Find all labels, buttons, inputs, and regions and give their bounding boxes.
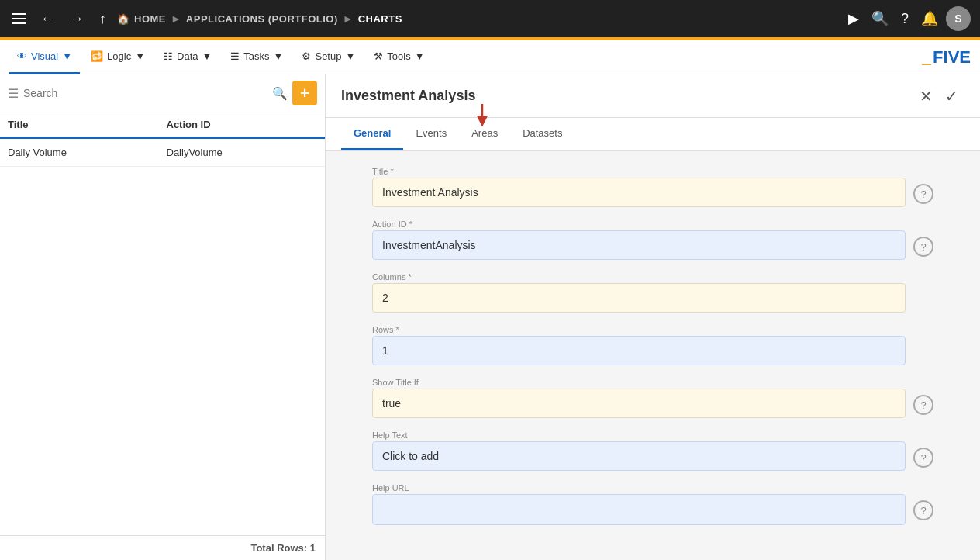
tab-logic-label: Logic [107, 50, 131, 62]
input-columns[interactable]: 2 [372, 283, 906, 313]
tab-datasets[interactable]: Datasets [510, 118, 575, 150]
form-group-columns: Columns * 2 ? [372, 272, 933, 313]
label-columns: Columns * [372, 272, 906, 282]
tab-tools[interactable]: ⚒ Tools ▼ [366, 40, 432, 74]
help-button[interactable]: ? [896, 6, 913, 32]
field-showtitle: Show Title If true [372, 378, 906, 418]
top-navigation: ← → ↑ 🏠 HOME ► APPLICATIONS (PORTFOLIO) … [0, 0, 980, 37]
panel-title: Investment Analysis [341, 88, 913, 104]
search-button[interactable]: 🔍 [272, 86, 288, 101]
data-dropdown-icon: ▼ [202, 50, 212, 62]
label-showtitle: Show Title If [372, 378, 906, 387]
tab-setup-label: Setup [315, 50, 341, 62]
table-row[interactable]: Daily Volume DailyVolume [0, 139, 325, 167]
input-showtitle[interactable]: true [372, 389, 906, 418]
label-helptext: Help Text [372, 430, 906, 440]
second-navigation: 👁 Visual ▼ 🔂 Logic ▼ ☷ Data ▼ ☰ Tasks ▼ … [0, 40, 980, 74]
column-title-header: Title [8, 119, 159, 130]
tab-visual[interactable]: 👁 Visual ▼ [9, 40, 80, 74]
forward-button[interactable]: → [65, 8, 88, 30]
tab-logic[interactable]: 🔂 Logic ▼ [83, 40, 153, 74]
logic-dropdown-icon: ▼ [135, 50, 145, 62]
table-header: Title Action ID [0, 112, 325, 139]
label-title: Title * [372, 167, 906, 176]
tasks-dropdown-icon: ▼ [274, 50, 284, 62]
back-button[interactable]: ← [36, 8, 59, 30]
visual-icon: 👁 [17, 50, 27, 62]
close-button[interactable]: ✕ [913, 84, 939, 109]
form-group-helptext: Help Text Click to add ? [372, 430, 933, 471]
field-helptext: Help Text Click to add [372, 430, 906, 471]
right-panel: Investment Analysis ✕ ✓ General Events A… [326, 74, 980, 560]
form-group-showtitle: Show Title If true ? [372, 378, 933, 418]
tab-tasks[interactable]: ☰ Tasks ▼ [223, 40, 291, 74]
table-footer: Total Rows: 1 [0, 535, 325, 560]
field-columns: Columns * 2 [372, 272, 906, 313]
left-panel: ☰ 🔍 + Title Action ID Daily Volume Daily… [0, 74, 326, 560]
home-link[interactable]: HOME [134, 13, 166, 25]
label-rows: Rows * [372, 325, 906, 334]
form-group-actionid: Action ID * InvestmentAnalysis ? [372, 220, 933, 260]
setup-dropdown-icon: ▼ [345, 50, 355, 62]
input-helpurl[interactable] [372, 494, 906, 525]
applications-link[interactable]: APPLICATIONS (PORTFOLIO) [186, 13, 338, 25]
breadcrumb-sep1: ► [171, 12, 181, 25]
label-helpurl: Help URL [372, 483, 906, 493]
input-actionid[interactable]: InvestmentAnalysis [372, 230, 906, 260]
tab-events[interactable]: Events [403, 118, 459, 150]
logic-icon: 🔂 [91, 50, 103, 62]
form-group-title: Title * Investment Analysis ? [372, 167, 933, 207]
visual-dropdown-icon: ▼ [62, 50, 72, 62]
notifications-button[interactable]: 🔔 [916, 5, 943, 32]
input-rows[interactable]: 1 [372, 336, 906, 365]
tab-tasks-label: Tasks [243, 50, 269, 62]
home-icon: 🏠 [117, 13, 129, 25]
add-button[interactable]: + [292, 81, 317, 105]
column-actionid-header: Action ID [159, 119, 318, 130]
avatar[interactable]: S [946, 6, 971, 31]
label-actionid: Action ID * [372, 220, 906, 229]
tab-setup[interactable]: ⚙ Setup ▼ [294, 40, 363, 74]
tasks-icon: ☰ [230, 50, 240, 62]
tab-general[interactable]: General [341, 118, 403, 150]
form-group-rows: Rows * 1 ? [372, 325, 933, 365]
form-tabs: General Events Areas Datasets [326, 118, 980, 151]
tab-tools-label: Tools [387, 50, 410, 62]
setup-icon: ⚙ [302, 50, 311, 62]
field-title: Title * Investment Analysis [372, 167, 906, 207]
help-icon-showtitle[interactable]: ? [913, 395, 933, 415]
tab-data[interactable]: ☷ Data ▼ [156, 40, 219, 74]
tools-icon: ⚒ [374, 50, 383, 62]
nav-right-actions: ▶ 🔍 ? 🔔 S [844, 5, 971, 32]
cell-title: Daily Volume [8, 147, 159, 158]
five-logo-text: FIVE [933, 47, 971, 67]
field-actionid: Action ID * InvestmentAnalysis [372, 220, 906, 260]
confirm-button[interactable]: ✓ [939, 84, 964, 109]
tab-visual-label: Visual [31, 50, 58, 62]
tab-areas[interactable]: Areas [459, 118, 510, 150]
play-button[interactable]: ▶ [844, 5, 864, 32]
help-icon-title[interactable]: ? [913, 184, 933, 204]
form-area: Title * Investment Analysis ? Action ID … [326, 151, 980, 560]
input-helptext[interactable]: Click to add [372, 441, 906, 471]
help-icon-helpurl[interactable]: ? [913, 500, 933, 520]
five-logo: ⎯ FIVE [922, 47, 971, 67]
data-icon: ☷ [164, 50, 173, 62]
right-header: Investment Analysis ✕ ✓ [326, 74, 980, 118]
breadcrumb-current: CHARTS [358, 13, 402, 25]
form-group-helpurl: Help URL ? [372, 483, 933, 525]
search-input[interactable] [23, 87, 267, 99]
search-bar: ☰ 🔍 + [0, 74, 325, 112]
hamburger-menu[interactable] [9, 10, 29, 27]
up-button[interactable]: ↑ [95, 8, 111, 30]
help-icon-helptext[interactable]: ? [913, 448, 933, 468]
search-global-button[interactable]: 🔍 [867, 5, 893, 32]
help-icon-actionid[interactable]: ? [913, 237, 933, 257]
main-layout: ☰ 🔍 + Title Action ID Daily Volume Daily… [0, 74, 980, 560]
field-helpurl: Help URL [372, 483, 906, 525]
breadcrumb: 🏠 HOME ► APPLICATIONS (PORTFOLIO) ► CHAR… [117, 12, 837, 25]
tab-data-label: Data [177, 50, 198, 62]
filter-icon[interactable]: ☰ [8, 86, 19, 101]
input-title[interactable]: Investment Analysis [372, 178, 906, 207]
cell-actionid: DailyVolume [159, 147, 318, 158]
